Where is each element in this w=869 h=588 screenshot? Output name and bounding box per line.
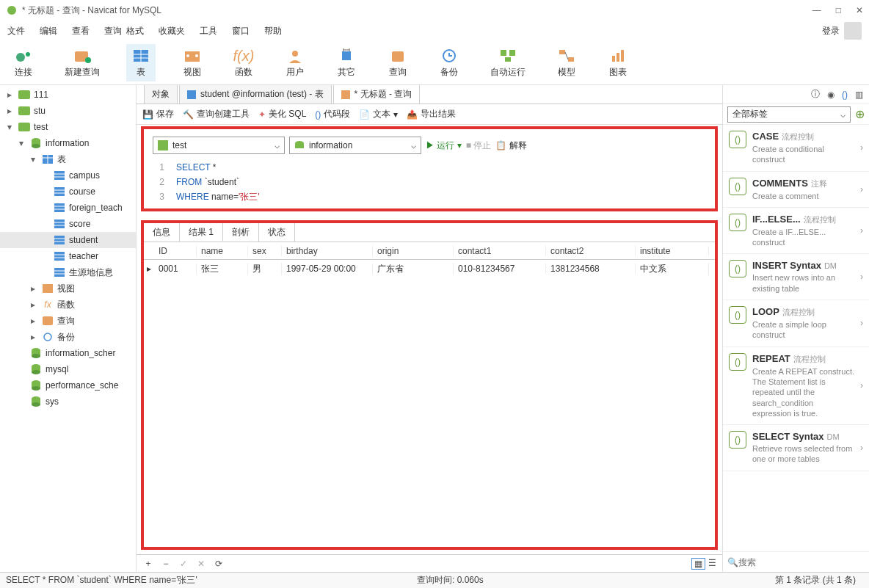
result-tab-status[interactable]: 状态: [259, 223, 295, 242]
tree-node-score[interactable]: score: [0, 216, 136, 232]
tree-node-information[interactable]: ▾information: [0, 135, 136, 151]
commit-button[interactable]: ✓: [178, 559, 189, 569]
svg-point-30: [32, 144, 40, 148]
tab-student-table[interactable]: student @information (test) - 表: [179, 85, 332, 104]
tool-connect[interactable]: 连接: [9, 44, 38, 81]
add-row-button[interactable]: +: [142, 559, 154, 569]
result-tab-result1[interactable]: 结果 1: [180, 223, 223, 242]
svg-rect-55: [43, 284, 53, 293]
tree-node-111[interactable]: ▸111: [0, 87, 136, 103]
tab-untitled-query[interactable]: * 无标题 - 查询: [333, 85, 421, 104]
menu-query[interactable]: 查询: [104, 25, 122, 37]
svg-point-63: [32, 370, 40, 374]
refresh-button[interactable]: ⟳: [213, 559, 225, 569]
menu-help[interactable]: 帮助: [264, 25, 282, 37]
layout-icon[interactable]: ▥: [855, 90, 863, 100]
tree-node-course[interactable]: course: [0, 184, 136, 200]
tree-node-information_scher[interactable]: information_scher: [0, 345, 136, 361]
tool-query[interactable]: 查询: [383, 44, 412, 81]
beautify-button[interactable]: ✦ 美化 SQL: [258, 108, 306, 120]
tool-function[interactable]: f(x)函数: [229, 44, 258, 81]
tree-node-表[interactable]: ▾表: [0, 151, 136, 167]
menu-tools[interactable]: 工具: [200, 25, 217, 37]
tree-node-视图[interactable]: ▸视图: [0, 280, 136, 297]
snippet-item[interactable]: ()IF...ELSE...流程控制Create a IF...ELSE... …: [723, 208, 869, 255]
table-row[interactable]: ▸ 0001 张三 男 1997-05-29 00:00 广东省 010-812…: [144, 260, 715, 277]
add-snippet-icon[interactable]: ⊕: [855, 107, 865, 121]
sql-editor[interactable]: 1SELECT * 2FROM `student` 3WHERE name='张…: [147, 159, 712, 206]
tool-backup[interactable]: 备份: [434, 44, 464, 81]
tree-node-sys[interactable]: sys: [0, 393, 136, 410]
snippet-button[interactable]: () 代码段: [315, 108, 350, 120]
svg-rect-19: [559, 50, 565, 54]
result-tab-analyze[interactable]: 剖析: [223, 223, 259, 242]
close-button[interactable]: ✕: [856, 5, 863, 15]
snippet-item[interactable]: ()CASE流程控制Create a conditional construct…: [723, 125, 869, 172]
menu-view[interactable]: 查看: [72, 25, 90, 37]
grid-view-icon[interactable]: ▦: [691, 558, 705, 570]
menu-file[interactable]: 文件: [7, 25, 25, 37]
tool-table[interactable]: 表: [126, 44, 156, 81]
query-controls: test⌵ information⌵ ▶ 运行 ▾ ■ 停止 📋 解释: [147, 132, 712, 159]
search-icon: 🔍: [727, 557, 738, 567]
snippet-item[interactable]: ()REPEAT流程控制Create A REPEAT construct. T…: [723, 347, 869, 425]
snippet-icon[interactable]: (): [842, 90, 848, 100]
tree-node-mysql[interactable]: mysql: [0, 361, 136, 377]
svg-rect-27: [18, 123, 30, 131]
query-builder-button[interactable]: 🔨 查询创建工具: [183, 108, 250, 120]
info-icon[interactable]: ⓘ: [811, 88, 820, 101]
tree-node-teacher[interactable]: teacher: [0, 248, 136, 264]
tab-objects[interactable]: 对象: [144, 85, 178, 104]
tree-node-performance_sche[interactable]: performance_sche: [0, 377, 136, 393]
menu-format[interactable]: 格式: [126, 25, 144, 37]
preview-icon[interactable]: ◉: [827, 90, 835, 100]
snippet-item[interactable]: ()SELECT SyntaxDMRetrieve rows selected …: [723, 425, 869, 471]
stop-button[interactable]: ■ 停止: [466, 139, 492, 152]
tool-view[interactable]: 视图: [178, 44, 207, 81]
tool-auto[interactable]: 自动运行: [486, 44, 530, 81]
run-button[interactable]: ▶ 运行 ▾: [426, 139, 462, 152]
login-area[interactable]: 登录: [822, 22, 862, 40]
remove-row-button[interactable]: −: [160, 559, 172, 569]
tree-node-test[interactable]: ▾test: [0, 119, 136, 135]
database-combo[interactable]: information⌵: [289, 137, 421, 154]
minimize-button[interactable]: —: [812, 5, 821, 15]
menu-fav[interactable]: 收藏夹: [159, 25, 185, 37]
explain-button[interactable]: 📋 解释: [495, 139, 526, 152]
menu-edit[interactable]: 编辑: [40, 25, 57, 37]
cancel-edit-button[interactable]: ✕: [195, 559, 207, 569]
tree-node-查询[interactable]: ▸查询: [0, 313, 136, 329]
tree-node-stu[interactable]: ▸stu: [0, 103, 136, 119]
snippet-item[interactable]: ()INSERT SyntaxDMInsert new rows into an…: [723, 254, 869, 300]
tree-node-student[interactable]: student: [0, 232, 136, 248]
svg-rect-13: [342, 51, 351, 60]
snippet-item[interactable]: ()COMMENTS注释Create a comment›: [723, 172, 869, 208]
tag-filter-combo[interactable]: 全部标签⌵: [727, 106, 851, 123]
snippet-item[interactable]: ()LOOP流程控制Create a simple loop construct…: [723, 300, 869, 347]
snippet-icon: (): [729, 260, 746, 277]
tree-node-foreign_teach[interactable]: foreign_teach: [0, 200, 136, 216]
tree-node-备份[interactable]: ▸备份: [0, 329, 136, 345]
tree-node-函数[interactable]: ▸fx函数: [0, 297, 136, 313]
menu-window[interactable]: 窗口: [232, 25, 250, 37]
editor-tabs: 对象 student @information (test) - 表 * 无标题…: [137, 85, 722, 104]
tool-new-query[interactable]: 新建查询: [60, 44, 104, 81]
svg-rect-17: [509, 50, 515, 56]
tree-node-生源地信息[interactable]: 生源地信息: [0, 264, 136, 280]
form-view-icon[interactable]: ☰: [708, 558, 716, 570]
export-button[interactable]: 📤 导出结果: [407, 108, 456, 120]
tool-user[interactable]: 用户: [280, 44, 310, 81]
tool-other[interactable]: 其它: [332, 44, 361, 81]
connection-combo[interactable]: test⌵: [153, 137, 285, 154]
grid-toolbar: + − ✓ ✕ ⟳ ▦ ☰: [137, 554, 722, 572]
save-button[interactable]: 💾 保存: [142, 108, 174, 120]
text-button[interactable]: 📄 文本 ▾: [359, 108, 398, 120]
tool-model[interactable]: 模型: [552, 44, 581, 81]
svg-rect-26: [18, 106, 30, 115]
result-grid: ID name sex birthday origin contact1 con…: [144, 242, 715, 547]
result-tab-info[interactable]: 信息: [144, 223, 180, 242]
search-input[interactable]: [738, 557, 865, 567]
maximize-button[interactable]: □: [836, 5, 841, 15]
tree-node-campus[interactable]: campus: [0, 167, 136, 184]
tool-chart[interactable]: 图表: [603, 44, 633, 81]
